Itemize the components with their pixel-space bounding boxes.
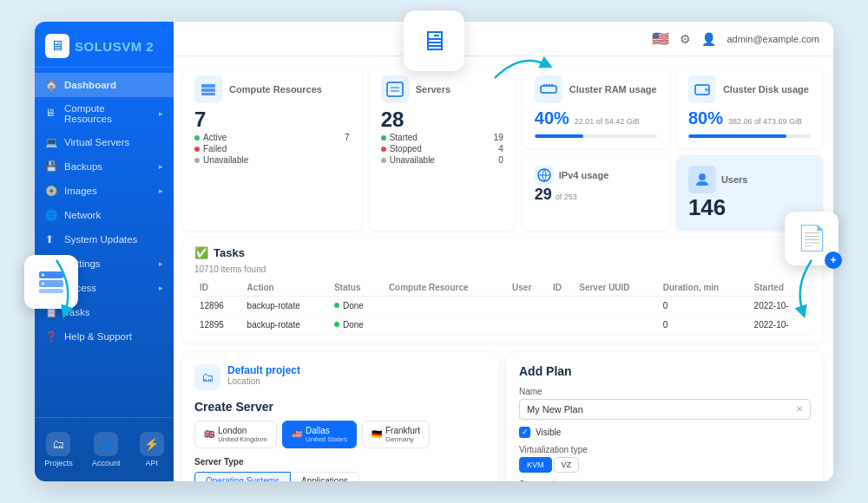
server-unavailable-dot bbox=[381, 158, 386, 163]
visible-checkbox[interactable]: ✓ bbox=[519, 427, 530, 438]
app-container: 🖥 bbox=[0, 0, 868, 503]
svg-rect-7 bbox=[201, 93, 215, 95]
images-icon: 📀 bbox=[45, 185, 57, 197]
sidebar-item-api[interactable]: ⚡ API bbox=[133, 425, 171, 474]
sidebar-item-help[interactable]: ❓ Help & Support bbox=[35, 324, 174, 349]
input-clear-icon[interactable]: ✕ bbox=[796, 404, 803, 414]
storage-row: Storage type File Based LVM Thin-LVM VZ … bbox=[519, 480, 811, 481]
updates-icon: ⬆ bbox=[45, 233, 57, 245]
ipv4-title: IPv4 usage bbox=[559, 170, 608, 180]
col-cr: Compute Resource bbox=[384, 279, 507, 297]
us-flag: 🇺🇸 bbox=[292, 429, 302, 439]
stat-card-ipv4: IPv4 usage 29 of 253 bbox=[523, 155, 669, 231]
sidebar-logo: 🖥 SOLUSVM 2 bbox=[35, 22, 174, 68]
project-header: 🗂 Default project Location bbox=[194, 364, 486, 391]
user-avatar-icon[interactable]: 👤 bbox=[701, 32, 716, 46]
add-icon-btn[interactable]: + bbox=[825, 252, 842, 269]
location-label: Location bbox=[227, 376, 300, 386]
disk-progress-fill bbox=[688, 134, 786, 138]
location-options: 🇬🇧 London United Kingdom 🇺🇸 Dallas bbox=[194, 421, 486, 448]
ram-detail: 22.01 of 54.42 GiB bbox=[575, 117, 640, 126]
sidebar-item-account[interactable]: 👤 Account bbox=[85, 425, 128, 474]
scroll-content: Compute Resources 7 Active 7 Failed bbox=[174, 56, 833, 481]
header-user-text[interactable]: admin@example.com bbox=[727, 34, 819, 44]
started-dot bbox=[381, 135, 386, 140]
table-row: 12895 backup-rotate Done bbox=[194, 315, 811, 334]
sidebar-item-system-updates[interactable]: ⬆ System Updates bbox=[35, 227, 174, 252]
tasks-icon-section: ✅ bbox=[194, 246, 208, 259]
users-icon bbox=[688, 166, 716, 193]
inner-app: 🖥 SOLUSVM 2 🏠 Dashboard 🖥 Compute Resour… bbox=[35, 22, 833, 481]
tasks-found: 10710 items found bbox=[194, 265, 811, 274]
settings-header-icon[interactable]: ⚙ bbox=[680, 32, 691, 46]
name-input[interactable]: My New Plan ✕ bbox=[519, 399, 811, 420]
virt-vz[interactable]: VZ bbox=[554, 457, 580, 473]
chevron-right-icon: ▸ bbox=[159, 109, 163, 118]
ram-percent: 40% bbox=[535, 108, 569, 127]
add-plan-panel: Add Plan Name My New Plan ✕ ✓ bbox=[507, 352, 823, 481]
compute-unavailable: Unavailable bbox=[194, 155, 350, 165]
account-icon: 👤 bbox=[94, 432, 118, 456]
name-row: Name My New Plan ✕ bbox=[519, 387, 811, 420]
compute-failed: Failed bbox=[194, 144, 350, 154]
chevron-right-icon: ▸ bbox=[159, 186, 163, 195]
location-frankfurt[interactable]: 🇩🇪 Frankfurt Germany bbox=[362, 421, 430, 448]
tasks-title: ✅ Tasks bbox=[194, 246, 811, 259]
left-floating-panel bbox=[24, 255, 78, 309]
svg-point-19 bbox=[705, 88, 708, 92]
language-flag[interactable]: 🇺🇸 bbox=[652, 30, 669, 47]
logo-text: SOLUSVM 2 bbox=[75, 39, 154, 54]
done-dot bbox=[334, 303, 339, 308]
tab-apps[interactable]: Applications bbox=[291, 472, 359, 481]
sidebar-item-backups[interactable]: 💾 Backups ▸ bbox=[35, 154, 174, 179]
compute-resources-number: 7 bbox=[194, 108, 350, 131]
disk-icon bbox=[688, 75, 716, 103]
table-row: 12896 backup-rotate Done bbox=[194, 296, 811, 315]
project-title: Default project bbox=[227, 364, 300, 376]
ram-progress-fill bbox=[535, 134, 583, 138]
add-plan-title: Add Plan bbox=[519, 364, 811, 378]
sidebar-item-virtual-servers[interactable]: 💻 Virtual Servers bbox=[35, 130, 174, 154]
stat-card-ram: Cluster RAM usage 40% 22.01 of 54.42 GiB bbox=[523, 65, 669, 148]
disk-progress-bar bbox=[688, 134, 811, 138]
chevron-right-icon: ▸ bbox=[159, 259, 163, 268]
col-status: Status bbox=[329, 279, 384, 297]
ipv4-icon bbox=[535, 166, 554, 185]
sidebar-item-dashboard[interactable]: 🏠 Dashboard bbox=[35, 73, 174, 97]
sidebar-item-compute[interactable]: 🖥 Compute Resources ▸ bbox=[35, 97, 174, 130]
cluster-ram-col: Cluster RAM usage 40% 22.01 of 54.42 GiB bbox=[523, 65, 669, 231]
type-tabs: Operating Systems Applications bbox=[194, 472, 486, 481]
location-dallas[interactable]: 🇺🇸 Dallas United States bbox=[282, 421, 357, 448]
sidebar-item-images[interactable]: 📀 Images ▸ bbox=[35, 179, 174, 203]
tasks-section: ✅ Tasks 10710 items found ID Action Stat… bbox=[182, 238, 823, 343]
document-icon: 📄 bbox=[797, 224, 827, 252]
compute-active: Active 7 bbox=[194, 133, 350, 142]
users-title: Users bbox=[721, 174, 748, 185]
compute-icon: 🖥 bbox=[45, 108, 57, 120]
sidebar: 🖥 SOLUSVM 2 🏠 Dashboard 🖥 Compute Resour… bbox=[35, 22, 174, 481]
right-panel-icon: 📄 + bbox=[785, 212, 838, 265]
name-label: Name bbox=[519, 387, 811, 396]
svg-point-4 bbox=[42, 282, 44, 284]
status-badge: Done bbox=[334, 320, 378, 330]
tasks-table: ID Action Status Compute Resource User I… bbox=[194, 279, 811, 335]
location-london[interactable]: 🇬🇧 London United Kingdom bbox=[194, 421, 277, 448]
virt-row: Virtualization type KVM VZ bbox=[519, 445, 811, 473]
tab-os[interactable]: Operating Systems bbox=[194, 472, 291, 481]
sidebar-item-projects[interactable]: 🗂 Projects bbox=[37, 425, 80, 474]
servers-title: Servers bbox=[416, 84, 450, 95]
svg-rect-11 bbox=[541, 86, 556, 93]
stat-card-compute: Compute Resources 7 Active 7 Failed bbox=[182, 65, 362, 231]
virt-kvm[interactable]: KVM bbox=[519, 457, 552, 473]
server-type-label: Server Type bbox=[194, 457, 486, 467]
sidebar-bottom: 🗂 Projects 👤 Account ⚡ API bbox=[35, 417, 174, 481]
chevron-right-icon: ▸ bbox=[159, 284, 163, 292]
servers-number: 28 bbox=[381, 108, 503, 131]
sidebar-item-network[interactable]: 🌐 Network bbox=[35, 203, 174, 227]
servers-icon bbox=[381, 75, 409, 103]
col-id: ID bbox=[194, 279, 242, 297]
storage-label: Storage type bbox=[519, 480, 811, 481]
disk-detail: 382.06 of 473.69 GiB bbox=[728, 117, 802, 126]
svg-rect-5 bbox=[201, 84, 215, 88]
disk-title: Cluster Disk usage bbox=[723, 84, 809, 95]
